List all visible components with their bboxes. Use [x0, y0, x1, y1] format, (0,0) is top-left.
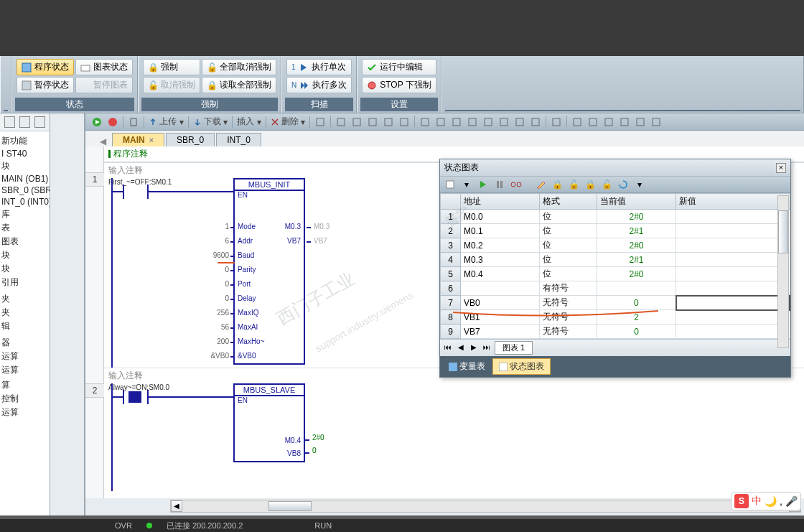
- cell-newvalue[interactable]: [676, 253, 790, 267]
- tree-item[interactable]: 表: [0, 221, 50, 235]
- find-icon[interactable]: [334, 116, 348, 129]
- tree-item[interactable]: SBR_0 (SBR0): [0, 185, 50, 196]
- contact[interactable]: [123, 185, 149, 199]
- close-icon[interactable]: ×: [149, 136, 154, 144]
- col-header[interactable]: [441, 194, 461, 210]
- contact-icon[interactable]: [481, 116, 495, 129]
- tree-item[interactable]: 新功能: [0, 134, 50, 148]
- tree-item[interactable]: 辑: [0, 319, 50, 333]
- run-edit-button[interactable]: 运行中编辑: [362, 59, 436, 75]
- tree-item[interactable]: MAIN (OB1): [0, 173, 50, 185]
- cell-format[interactable]: 无符号: [540, 296, 597, 310]
- instr-icon[interactable]: [602, 116, 616, 129]
- download-button[interactable]: 下载 ▾: [192, 116, 230, 128]
- scroll-thumb[interactable]: [268, 501, 312, 511]
- cell-format[interactable]: 位: [540, 238, 597, 253]
- cell-addr[interactable]: M0.2: [461, 238, 540, 253]
- compile-icon[interactable]: [126, 116, 141, 129]
- comment-icon[interactable]: [617, 116, 632, 129]
- fb-mbus-slave[interactable]: MBUS_SLAVE EN M0.4 VB8: [233, 383, 305, 462]
- dropdown-icon[interactable]: ▾: [632, 178, 647, 191]
- tree-item[interactable]: 引用: [0, 276, 50, 289]
- scroll-left-icon[interactable]: ◀: [171, 500, 182, 512]
- net2-canvas[interactable]: Alway~=ON:SM0.0 MBUS_SLAVE EN M0.4 VB8 2…: [104, 383, 804, 491]
- exec-multi-button[interactable]: N执行多次: [286, 77, 352, 93]
- fb-mbus-init[interactable]: MBUS_INIT EN 1ModeM0.3M0.36AddrVB7VB7960…: [233, 178, 305, 365]
- prev-icon[interactable]: ▾: [459, 178, 474, 191]
- cell-addr[interactable]: M0.3: [461, 253, 540, 267]
- help-icon[interactable]: [649, 116, 663, 129]
- grid-icon[interactable]: [313, 116, 327, 129]
- mic-icon[interactable]: 🎤: [785, 495, 798, 507]
- unlock-icon[interactable]: 🔓: [566, 178, 581, 191]
- cell-newvalue[interactable]: [676, 281, 790, 296]
- cell-newvalue[interactable]: [676, 210, 790, 224]
- nav-last-icon[interactable]: ⏭: [482, 343, 492, 353]
- tree-item[interactable]: I ST40: [0, 148, 50, 159]
- scroll-thumb[interactable]: [778, 210, 788, 253]
- monitor-icon[interactable]: [34, 116, 45, 128]
- cell-newvalue[interactable]: [676, 296, 790, 310]
- status-panel-vscroll[interactable]: [777, 195, 789, 348]
- tree-item[interactable]: 运算: [0, 406, 50, 419]
- status-panel-titlebar[interactable]: 状态图表 ×: [440, 159, 790, 177]
- cell-format[interactable]: 位: [540, 210, 597, 224]
- cell-newvalue[interactable]: [676, 310, 790, 325]
- cell-format[interactable]: 无符号: [540, 310, 597, 325]
- bookmark-icon[interactable]: [365, 116, 380, 129]
- col-header[interactable]: 格式: [540, 194, 597, 210]
- table-row[interactable]: 3M0.2位2#0: [441, 238, 790, 253]
- coil-icon[interactable]: [497, 116, 511, 129]
- branch-icon[interactable]: [513, 116, 527, 129]
- table-row[interactable]: 5M0.4位2#0: [441, 267, 790, 281]
- refresh-icon[interactable]: [616, 178, 630, 191]
- table-row[interactable]: 7VB0无符号0: [441, 296, 790, 310]
- cell-newvalue[interactable]: [676, 238, 790, 253]
- tab-variable-table[interactable]: 变量表: [443, 358, 491, 375]
- step-icon[interactable]: [397, 116, 411, 129]
- cell-newvalue[interactable]: [676, 224, 790, 238]
- tree-item[interactable]: 图表: [0, 235, 50, 248]
- tree-item[interactable]: 块: [0, 159, 50, 173]
- tree-item[interactable]: 块: [0, 248, 50, 262]
- tree-item[interactable]: 器: [0, 336, 50, 350]
- force-button[interactable]: 🔒强制: [143, 59, 200, 75]
- tab-int0[interactable]: INT_0: [216, 133, 261, 146]
- tree-item[interactable]: 块: [0, 262, 50, 276]
- program-status-button[interactable]: 程序状态: [17, 59, 74, 75]
- unlock-icon[interactable]: [465, 116, 480, 129]
- hline-icon[interactable]: [549, 116, 564, 129]
- play-icon[interactable]: [476, 178, 490, 191]
- monitor-icon[interactable]: [381, 116, 396, 129]
- cell-addr[interactable]: VB7: [461, 325, 540, 339]
- ime-bar[interactable]: S 中 🌙 , 🎤: [731, 492, 801, 510]
- status-table[interactable]: 地址格式当前值新值 1M0.0位2#02M0.1位2#13M0.2位2#04M0…: [440, 193, 790, 339]
- instr2-icon[interactable]: [633, 116, 648, 129]
- box-icon[interactable]: [586, 116, 600, 129]
- table-row[interactable]: 1M0.0位2#0: [441, 210, 790, 224]
- cell-newvalue[interactable]: [676, 325, 790, 339]
- close-icon[interactable]: ×: [776, 163, 786, 173]
- stop-icon[interactable]: [106, 116, 120, 129]
- comma-icon[interactable]: ,: [780, 495, 782, 507]
- unlock2-icon[interactable]: 🔓: [599, 178, 614, 191]
- tree-item[interactable]: INT_0 (INT0): [0, 196, 50, 207]
- read-force-button[interactable]: 🔒读取全部强制: [202, 77, 276, 93]
- h-scrollbar[interactable]: ◀ ▶: [170, 500, 801, 513]
- tree-item[interactable]: 夹: [0, 306, 50, 319]
- nav-first-icon[interactable]: ⏮: [443, 343, 453, 353]
- nav-tab[interactable]: 图表 1: [495, 341, 533, 355]
- vline-icon[interactable]: [570, 116, 584, 129]
- table-row[interactable]: 8VB1无符号2: [441, 310, 790, 325]
- moon-icon[interactable]: 🌙: [765, 495, 777, 507]
- cell-addr[interactable]: [461, 281, 540, 296]
- cell-addr[interactable]: VB1: [461, 310, 540, 325]
- insert-button[interactable]: 插入 ▾: [235, 116, 262, 128]
- ime-lang[interactable]: 中: [752, 495, 762, 508]
- tree-item[interactable]: 运算: [0, 363, 50, 377]
- tab-sbr0[interactable]: SBR_0: [166, 133, 215, 146]
- pause-icon[interactable]: [492, 178, 507, 191]
- tree-icon[interactable]: [4, 116, 15, 128]
- nav-prev-icon[interactable]: ◀: [456, 343, 466, 353]
- goto-icon[interactable]: [350, 116, 364, 129]
